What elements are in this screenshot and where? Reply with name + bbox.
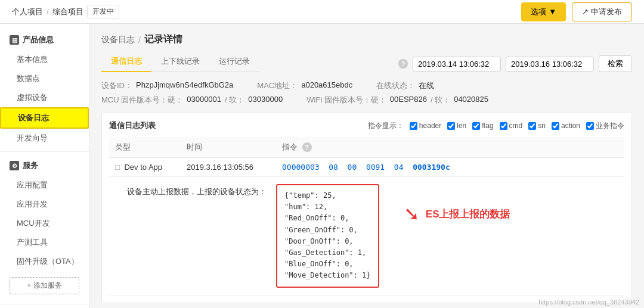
page-title: 记录详情 (144, 33, 182, 46)
help-icon[interactable]: ? (398, 59, 408, 69)
log-panel-title: 通信日志列表 (109, 120, 156, 131)
mcu-sep: / 软： (225, 95, 244, 105)
device-mac-label: MAC地址： (257, 80, 298, 91)
cmd-help-icon[interactable]: ? (302, 142, 312, 152)
select-button[interactable]: 选项 ▼ (521, 2, 566, 21)
sidebar-item-app-config[interactable]: 应用配置 (0, 176, 89, 195)
mcu-fw-item: MCU 固件版本号：硬： 03000001 / 软： 03030000 (101, 95, 283, 105)
breadcrumb-area: 个人项目 / 综合项目 开发中 (12, 5, 119, 18)
sidebar-item-ota[interactable]: 固件升级（OTA） (0, 252, 89, 271)
sidebar-item-app-dev[interactable]: 应用开发 (0, 195, 89, 214)
annotation-text: ES上报上报的数据 (426, 207, 510, 221)
tabs-row: 通信日志 上下线记录 运行记录 (101, 52, 259, 72)
sidebar-item-basic-info[interactable]: 基本信息 (0, 50, 89, 69)
log-table: 类型 时间 指令 ? □ Dev to App 2019 (109, 137, 624, 295)
json-box: {"temp": 25, "hum": 12, "Red_OnOff": 0, … (276, 184, 379, 288)
json-content: {"temp": 25, "hum": 12, "Red_OnOff": 0, … (284, 190, 371, 282)
filter-flag[interactable]: flag (472, 122, 493, 130)
filter-len[interactable]: len (447, 122, 466, 130)
mcu-fw-label: MCU 固件版本号：硬： (101, 95, 183, 105)
wifi-fw-label: WiFi 固件版本号：硬： (306, 95, 386, 105)
sep1: / (47, 7, 49, 16)
page-breadcrumb: 设备日志 / 记录详情 (101, 33, 632, 46)
filter-header[interactable]: header (410, 122, 441, 130)
col-type: 类型 (109, 137, 181, 158)
filter-sn[interactable]: sn (528, 122, 546, 130)
content-area: 设备日志 / 记录详情 通信日志 上下线记录 运行记录 ? 检索 设备ID： (89, 24, 644, 308)
device-id-item: 设备ID： PhzpJjmqw6nS4edfkGbG2a (101, 80, 233, 91)
sidebar-item-virtual-device[interactable]: 虚拟设备 (0, 88, 89, 107)
sidebar-item-device-log[interactable]: 设备日志 (0, 107, 89, 129)
publish-button[interactable]: ↗ 申请发布 (572, 2, 632, 21)
table-row: □ Dev to App 2019.3.16 13:05:56 00000003… (109, 158, 624, 177)
filter-business-cmd[interactable]: 业务指令 (586, 121, 624, 131)
sidebar-divider-2 (0, 304, 89, 304)
row-detail-cell: 设备主动上报数据，上报的设备状态为： {"temp": 25, "hum": 1… (109, 177, 624, 295)
sidebar-item-dev-guide[interactable]: 开发向导 (0, 129, 89, 148)
device-mac-item: MAC地址： a020a615ebdc (257, 80, 352, 91)
wifi-sw-value: 04020825 (454, 95, 488, 105)
breadcrumb-personal[interactable]: 个人项目 (12, 7, 43, 17)
sidebar: ▤ 产品信息 基本信息 数据点 虚拟设备 设备日志 开发向导 ⚙ 服务 应用配置 (0, 24, 89, 308)
device-info-panel: 设备ID： PhzpJjmqw6nS4edfkGbG2a MAC地址： a020… (101, 80, 632, 105)
top-actions: 选项 ▼ ↗ 申请发布 (521, 2, 632, 21)
col-cmd: 指令 ? (276, 137, 624, 158)
device-status-item: 在线状态： 在线 (376, 80, 434, 91)
device-info-row-1: 设备ID： PhzpJjmqw6nS4edfkGbG2a MAC地址： a020… (101, 80, 632, 91)
device-mac-value: a020a615ebdc (301, 80, 352, 91)
arrow-icon: ➘ (404, 204, 420, 223)
row-time: 2019.3.16 13:05:56 (181, 158, 276, 177)
row-cmd: 00000003 08 00 0091 04 0003190c (276, 158, 624, 177)
log-panel: 通信日志列表 指令显示： header len flag cmd (101, 113, 632, 303)
date-to-input[interactable] (506, 57, 594, 71)
breadcrumb-log: 设备日志 (101, 35, 135, 45)
filter-checkboxes: 指令显示： header len flag cmd sn (368, 121, 624, 131)
mcu-sw-value: 03030000 (248, 95, 283, 105)
col-time: 时间 (181, 137, 276, 158)
sidebar-divider-1 (0, 151, 89, 152)
sidebar-item-datapoints[interactable]: 数据点 (0, 69, 89, 88)
table-row-detail: 设备主动上报数据，上报的设备状态为： {"temp": 25, "hum": 1… (109, 177, 624, 295)
breadcrumb-project[interactable]: 综合项目 (52, 7, 83, 17)
filter-label: 指令显示： (368, 121, 404, 131)
chevron-down-icon: ▼ (549, 7, 556, 16)
device-info-row-2: MCU 固件版本号：硬： 03000001 / 软： 03030000 WiFi… (101, 95, 632, 105)
tab-comm-log[interactable]: 通信日志 (101, 52, 151, 72)
device-id-label: 设备ID： (101, 80, 132, 91)
filter-action[interactable]: action (552, 122, 580, 130)
device-status-value: 在线 (419, 80, 434, 91)
tab-online-record[interactable]: 上下线记录 (151, 52, 209, 72)
wifi-fw-item: WiFi 固件版本号：硬： 00ESP826 / 软： 04020825 (306, 95, 488, 105)
date-filter-row: ? 检索 (398, 55, 632, 72)
device-id-value: PhzpJjmqw6nS4edfkGbG2a (136, 80, 233, 91)
search-button[interactable]: 检索 (599, 55, 632, 72)
sidebar-item-mcu-dev[interactable]: MCU开发 (0, 214, 89, 233)
annotation-area: ➘ ES上报上报的数据 (404, 204, 510, 223)
status-badge: 开发中 (87, 5, 119, 18)
add-service-button[interactable]: + 添加服务 (10, 277, 79, 294)
breadcrumb-sep: / (138, 35, 141, 45)
date-from-input[interactable] (413, 57, 501, 71)
service-icon: ⚙ (10, 161, 19, 170)
wifi-sep: / 软： (431, 95, 450, 105)
sidebar-item-prod-test[interactable]: 产测工具 (0, 233, 89, 252)
sidebar-section-service: ⚙ 服务 (0, 155, 89, 176)
detail-text: 设备主动上报数据，上报的设备状态为： (127, 184, 267, 197)
main-layout: ▤ 产品信息 基本信息 数据点 虚拟设备 设备日志 开发向导 ⚙ 服务 应用配置 (0, 24, 644, 308)
row-type: □ Dev to App (109, 158, 181, 177)
device-status-label: 在线状态： (376, 80, 415, 91)
sidebar-section-product: ▤ 产品信息 (0, 30, 89, 50)
top-bar: 个人项目 / 综合项目 开发中 选项 ▼ ↗ 申请发布 (0, 0, 644, 24)
expand-icon[interactable]: □ (115, 163, 120, 172)
product-icon: ▤ (10, 35, 19, 45)
wifi-hw-value: 00ESP826 (390, 95, 427, 105)
log-panel-header: 通信日志列表 指令显示： header len flag cmd (109, 120, 624, 131)
filter-cmd[interactable]: cmd (500, 122, 523, 130)
external-link-icon: ↗ (582, 7, 589, 16)
tab-run-record[interactable]: 运行记录 (209, 52, 259, 72)
mcu-hw-value: 03000001 (187, 95, 221, 105)
